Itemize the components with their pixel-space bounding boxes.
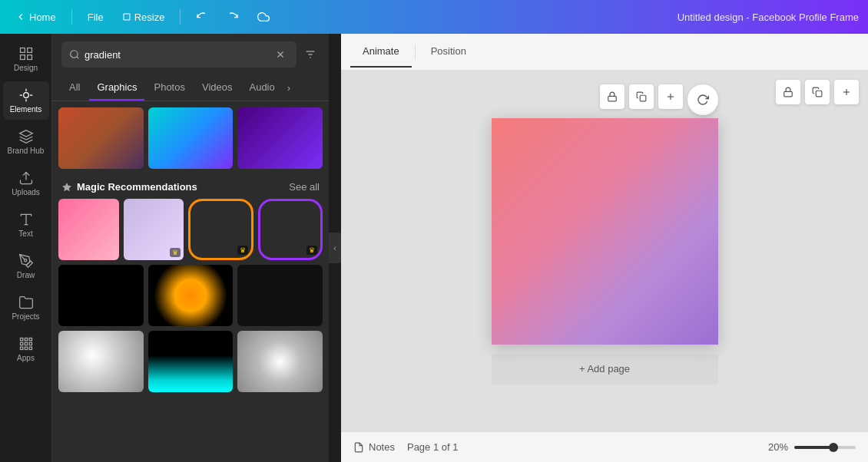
svg-rect-10 bbox=[25, 338, 27, 341]
canvas-viewport[interactable]: ↺ bbox=[341, 71, 868, 431]
gradient-item-3[interactable] bbox=[237, 107, 323, 169]
svg-point-18 bbox=[71, 51, 78, 58]
collapse-panel-button[interactable]: ‹ bbox=[329, 233, 341, 263]
add-page-button[interactable]: + Add page bbox=[492, 354, 718, 384]
svg-marker-25 bbox=[62, 183, 71, 191]
canvas-lock-icon bbox=[607, 91, 618, 102]
canvas-duplicate-icon bbox=[636, 91, 647, 102]
topbar: Home File Resize Untitled design - Faceb… bbox=[0, 0, 868, 34]
gradient-item-6[interactable] bbox=[237, 265, 323, 326]
see-all-button[interactable]: See all bbox=[289, 181, 320, 193]
sidebar-item-uploads[interactable]: Uploads bbox=[3, 164, 49, 203]
svg-point-8 bbox=[24, 259, 26, 262]
canvas-toolbar: Animate Position bbox=[341, 34, 868, 71]
resize-button[interactable]: Resize bbox=[116, 8, 171, 26]
magic-item-1[interactable] bbox=[58, 199, 119, 260]
gradient-item-8[interactable]: ♛ bbox=[148, 331, 234, 392]
svg-rect-16 bbox=[25, 347, 27, 349]
svg-rect-27 bbox=[816, 91, 822, 97]
copy-button[interactable] bbox=[805, 80, 830, 104]
sidebar-apps-label: Apps bbox=[17, 354, 35, 362]
sidebar-item-draw[interactable]: Draw bbox=[3, 247, 49, 285]
svg-rect-17 bbox=[29, 347, 31, 349]
canvas-add-button[interactable] bbox=[658, 84, 683, 109]
clear-search-button[interactable] bbox=[272, 46, 289, 63]
svg-rect-2 bbox=[20, 55, 25, 60]
filter-button[interactable] bbox=[301, 45, 320, 64]
magic-item-3[interactable]: ♛ bbox=[188, 199, 253, 260]
sidebar-item-design[interactable]: Design bbox=[3, 40, 49, 78]
gradient-item-1[interactable] bbox=[58, 107, 144, 169]
sidebar-item-projects[interactable]: Projects bbox=[3, 289, 49, 327]
gradient-item-4[interactable] bbox=[58, 265, 144, 326]
tab-separator bbox=[415, 45, 416, 60]
undo-button[interactable] bbox=[190, 5, 214, 29]
canvas-lock-button[interactable] bbox=[600, 84, 624, 109]
tab-animate[interactable]: Animate bbox=[350, 36, 412, 68]
zoom-level: 20% bbox=[768, 441, 788, 453]
svg-rect-3 bbox=[27, 55, 31, 60]
gradient-item-9[interactable] bbox=[237, 331, 323, 392]
sidebar-item-elements[interactable]: Elements bbox=[3, 81, 49, 120]
canvas-add-icon bbox=[665, 91, 676, 102]
canvas-duplicate-button[interactable] bbox=[629, 84, 654, 109]
search-bar bbox=[52, 34, 329, 75]
canvas-refresh-button[interactable] bbox=[687, 84, 718, 115]
gradient-row-1 bbox=[58, 107, 323, 169]
tab-more[interactable]: › bbox=[284, 76, 293, 100]
add-element-button[interactable] bbox=[834, 80, 859, 104]
sidebar-elements-label: Elements bbox=[10, 105, 42, 114]
canvas-area: Animate Position ↺ bbox=[341, 34, 868, 462]
sidebar-item-brand-hub[interactable]: Brand Hub bbox=[3, 123, 49, 161]
file-button[interactable]: File bbox=[81, 8, 110, 26]
gradient-item-5[interactable]: ♛ bbox=[148, 265, 234, 326]
design-canvas[interactable] bbox=[492, 118, 718, 345]
tab-audio[interactable]: Audio bbox=[241, 75, 282, 101]
notes-button[interactable]: Notes bbox=[353, 441, 395, 453]
home-button[interactable]: Home bbox=[9, 8, 62, 26]
gradient-item-2[interactable] bbox=[148, 107, 234, 169]
sidebar-text-label: Text bbox=[18, 229, 32, 238]
lock-button[interactable] bbox=[776, 80, 800, 104]
cloud-save-button[interactable] bbox=[251, 5, 276, 29]
svg-rect-13 bbox=[25, 342, 27, 345]
zoom-slider[interactable] bbox=[794, 446, 856, 449]
resize-label: Resize bbox=[134, 12, 165, 23]
filter-icon bbox=[304, 48, 316, 61]
magic-recommendations-header: Magic Recommendations See all bbox=[58, 173, 323, 199]
panel-content[interactable]: Magic Recommendations See all ♛ ♛ ♛ bbox=[52, 101, 329, 462]
search-panel: All Graphics Photos Videos Audio › Magic… bbox=[52, 34, 329, 462]
svg-rect-11 bbox=[29, 338, 31, 341]
canvas-gradient bbox=[492, 118, 718, 345]
tab-photos[interactable]: Photos bbox=[146, 75, 192, 101]
sidebar-item-apps[interactable]: Apps bbox=[3, 330, 49, 368]
search-input[interactable] bbox=[84, 49, 267, 61]
sidebar-draw-label: Draw bbox=[17, 271, 35, 279]
zoom-slider-thumb[interactable] bbox=[829, 443, 838, 452]
tab-videos[interactable]: Videos bbox=[194, 75, 240, 101]
search-input-wrap[interactable] bbox=[61, 41, 297, 68]
home-label: Home bbox=[29, 12, 56, 23]
sidebar-item-text[interactable]: Text bbox=[3, 206, 49, 244]
redo-button[interactable] bbox=[220, 5, 245, 29]
svg-rect-12 bbox=[20, 342, 22, 345]
magic-item-2[interactable]: ♛ bbox=[124, 199, 184, 260]
magic-star-icon bbox=[61, 182, 72, 193]
magic-item-4[interactable]: ♛ bbox=[258, 199, 323, 260]
bottom-bar: Notes Page 1 of 1 20% bbox=[341, 431, 868, 462]
design-container: + Add page bbox=[492, 118, 718, 384]
svg-rect-30 bbox=[608, 96, 616, 101]
gradient-item-7[interactable] bbox=[58, 331, 144, 392]
page-indicator: Page 1 of 1 bbox=[407, 441, 459, 453]
svg-rect-1 bbox=[27, 48, 31, 53]
svg-rect-31 bbox=[640, 95, 646, 101]
page-title: Untitled design - Facebook Profile Frame bbox=[678, 12, 859, 23]
svg-line-19 bbox=[77, 57, 79, 59]
svg-rect-15 bbox=[20, 347, 22, 349]
tab-graphics[interactable]: Graphics bbox=[89, 75, 144, 101]
tab-all[interactable]: All bbox=[61, 75, 88, 101]
canvas-action-icons bbox=[776, 80, 859, 104]
canvas-icons-row bbox=[600, 84, 718, 115]
crown-badge-4: ♛ bbox=[306, 246, 317, 255]
tab-position[interactable]: Position bbox=[419, 36, 479, 68]
